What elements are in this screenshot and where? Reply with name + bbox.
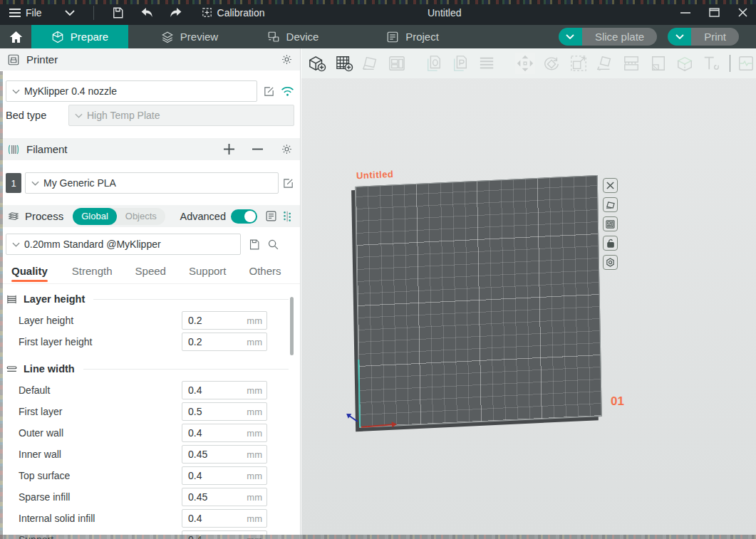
bed-type-select[interactable]: High Temp Plate: [68, 105, 294, 126]
calibration-button[interactable]: Calibration: [201, 6, 265, 19]
viewport-3d[interactable]: Untitled 01: [301, 48, 756, 539]
tab-project[interactable]: Project: [369, 25, 456, 48]
home-button[interactable]: [0, 25, 31, 48]
auto-orient-icon: [361, 55, 380, 72]
assembly-button[interactable]: [736, 53, 756, 74]
rotate-button[interactable]: [542, 53, 561, 74]
scope-objects[interactable]: Objects: [117, 208, 165, 225]
import-geometry-button[interactable]: [424, 53, 444, 74]
undo-button[interactable]: [135, 2, 160, 23]
param-input[interactable]: [182, 513, 229, 524]
tab-prepare[interactable]: Prepare: [31, 25, 128, 48]
scale-button[interactable]: [568, 53, 588, 74]
close-button[interactable]: [733, 4, 752, 22]
process-preset-select[interactable]: 0.20mm Standard @MyKlipper: [6, 234, 241, 255]
param-unit: mm: [229, 407, 266, 417]
z-axis-arrow: [349, 415, 358, 422]
variable-layer-height-button[interactable]: [648, 53, 668, 74]
param-input[interactable]: [182, 336, 229, 347]
filament-preset-select[interactable]: My Generic PLA: [25, 172, 279, 194]
group-line-width[interactable]: Line width: [0, 358, 300, 380]
delete-plate-button[interactable]: [603, 178, 618, 193]
tab-quality[interactable]: Quality: [11, 265, 48, 283]
tab-preview[interactable]: Preview: [144, 25, 235, 48]
move-button[interactable]: [515, 53, 535, 74]
tab-preview-label: Preview: [180, 31, 218, 43]
slice-plate-dropdown[interactable]: [559, 28, 582, 46]
minus-icon[interactable]: [252, 144, 263, 155]
plus-icon[interactable]: [224, 144, 234, 155]
param-unit: mm: [229, 315, 266, 326]
orient-plate-button[interactable]: [603, 197, 618, 212]
layers-stack-button[interactable]: [477, 53, 497, 74]
tab-speed[interactable]: Speed: [135, 265, 166, 283]
param-unit: mm: [229, 513, 266, 524]
advanced-label: Advanced: [180, 211, 227, 222]
file-dropdown-button[interactable]: [58, 2, 82, 23]
text-tool-button[interactable]: [701, 53, 721, 74]
list-icon[interactable]: [265, 210, 277, 222]
titlebar-divider: [93, 6, 94, 20]
wifi-icon[interactable]: [281, 86, 294, 97]
tab-strength[interactable]: Strength: [72, 265, 113, 283]
param-input[interactable]: [182, 427, 229, 439]
build-plate[interactable]: [355, 175, 602, 428]
calibration-label: Calibration: [217, 7, 265, 19]
redo-button[interactable]: [164, 2, 188, 23]
gear-icon[interactable]: [281, 143, 293, 155]
slice-plate-button[interactable]: Slice plate: [582, 28, 657, 46]
param-input[interactable]: [182, 449, 229, 460]
print-button[interactable]: Print: [691, 28, 739, 46]
search-icon[interactable]: [267, 239, 279, 251]
import-process-button[interactable]: [450, 53, 470, 74]
printer-preset-select[interactable]: MyKlipper 0.4 nozzle: [6, 80, 257, 102]
print-dropdown[interactable]: [668, 28, 691, 46]
param-tabs: Quality Strength Speed Support Others: [0, 261, 300, 284]
redo-icon: [169, 7, 182, 19]
save-button[interactable]: [105, 2, 130, 23]
auto-orient-button[interactable]: [361, 53, 380, 74]
param-row: Inner wall mm: [0, 444, 300, 465]
param-input[interactable]: [182, 406, 229, 417]
param-input[interactable]: [182, 470, 229, 481]
minimize-button[interactable]: [676, 4, 695, 22]
param-field: mm: [182, 488, 267, 506]
add-plate-button[interactable]: [333, 53, 353, 74]
tab-support[interactable]: Support: [189, 265, 227, 283]
save-preset-icon[interactable]: [248, 239, 260, 251]
file-menu[interactable]: File: [9, 7, 42, 19]
y-axis-line: [358, 360, 361, 427]
filament-slot-badge[interactable]: 1: [6, 173, 21, 193]
param-input[interactable]: [182, 384, 229, 396]
place-on-face-button[interactable]: [595, 53, 615, 74]
compare-icon[interactable]: [282, 211, 293, 222]
param-unit: mm: [229, 428, 266, 439]
color-paint-button[interactable]: [675, 53, 695, 74]
plate-name-label[interactable]: Untitled: [356, 169, 394, 181]
param-label: Layer height: [19, 315, 182, 326]
param-unit: mm: [229, 449, 266, 460]
param-scrollbar[interactable]: [290, 297, 294, 355]
lock-plate-button[interactable]: [603, 236, 618, 251]
maximize-button[interactable]: [705, 4, 723, 22]
place-on-face-icon: [596, 55, 614, 72]
tab-device[interactable]: Device: [251, 25, 335, 48]
slice-plate-split-button: Slice plate: [559, 28, 657, 46]
param-list: Layer height Layer height mm First layer…: [0, 288, 300, 539]
advanced-toggle[interactable]: [231, 209, 257, 224]
arrange-button[interactable]: [387, 53, 407, 74]
group-layer-height[interactable]: Layer height: [0, 288, 300, 310]
edit-icon[interactable]: [263, 85, 275, 98]
param-input[interactable]: [182, 491, 229, 503]
param-input[interactable]: [182, 315, 229, 326]
cut-button[interactable]: [621, 53, 641, 74]
scope-global[interactable]: Global: [73, 208, 117, 225]
edit-icon[interactable]: [282, 177, 294, 189]
undo-icon: [140, 7, 154, 19]
add-model-button[interactable]: [307, 53, 327, 74]
gear-icon[interactable]: [281, 53, 293, 66]
plate-settings-button[interactable]: [603, 255, 618, 270]
arrange-plate-button[interactable]: [603, 216, 618, 231]
tab-others[interactable]: Others: [249, 265, 281, 283]
param-row: Internal solid infill mm: [0, 508, 300, 529]
